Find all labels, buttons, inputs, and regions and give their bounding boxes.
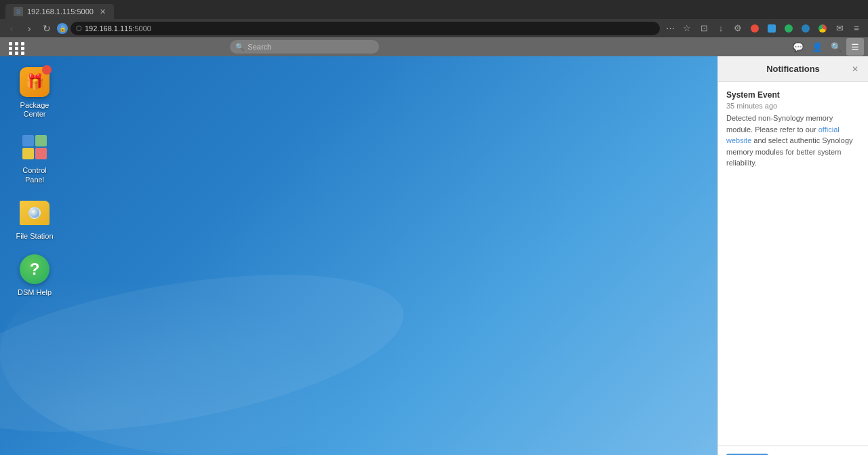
bookmark-button[interactable]: ☆: [679, 21, 694, 36]
menu-button[interactable]: ≡: [849, 21, 864, 36]
notification-item: System Event 35 minutes ago Detected non…: [726, 90, 860, 169]
back-button[interactable]: ‹: [4, 21, 19, 36]
package-center-graphic: 🎁: [20, 67, 50, 97]
address-host: 192.168.1.115: [85, 24, 132, 33]
notification-text-before: Detected non-Synology memory module. Ple…: [726, 114, 833, 134]
address-text: 192.168.1.115:5000: [85, 24, 151, 33]
ext-red-icon[interactable]: [747, 21, 762, 36]
ext-green-icon[interactable]: [781, 21, 796, 36]
notifications-panel: Notifications ✕ System Event 35 minutes …: [717, 56, 868, 455]
dsm-help-image: ?: [18, 253, 51, 285]
control-panel-label: Control Panel: [13, 166, 56, 184]
taskbar-right: 💬 👤 🔍 ☰: [785, 38, 868, 56]
control-panel-image: [18, 131, 51, 163]
dsm-help-graphic: ?: [20, 254, 50, 284]
download-button[interactable]: ↓: [713, 21, 728, 36]
app-grid-button[interactable]: [4, 37, 23, 56]
ctrl-tile-1: [22, 135, 34, 146]
desktop: 🎁 PackageCenter Control Panel: [0, 56, 868, 455]
notifications-close-button[interactable]: ✕: [849, 63, 861, 75]
notifications-icon-button[interactable]: ☰: [846, 38, 864, 56]
forward-button[interactable]: ›: [22, 21, 37, 36]
package-bow-icon: 🎁: [26, 73, 44, 91]
notification-text: Detected non-Synology memory module. Ple…: [726, 113, 860, 169]
grid-dot: [21, 47, 24, 50]
notifications-title: Notifications: [726, 64, 860, 74]
active-tab[interactable]: S 192.168.1.115:5000 ✕: [5, 4, 114, 19]
ext-synology-icon[interactable]: [764, 21, 779, 36]
ext-chrome-icon[interactable]: [815, 21, 830, 36]
extension1-button[interactable]: ⚙: [730, 21, 745, 36]
file-station-image: [18, 197, 51, 229]
file-station-icon[interactable]: File Station: [10, 194, 59, 243]
browser-nav: ‹ › ↻ 🔒 ⬡ 192.168.1.115:5000 ⋯ ☆ ⊡ ↓ ⚙ ✉…: [0, 19, 868, 37]
ctrl-tile-2: [35, 135, 47, 146]
grid-dot: [21, 52, 24, 55]
grid-dot: [15, 42, 18, 45]
grid-dot: [21, 42, 24, 45]
tab-close[interactable]: ✕: [100, 7, 106, 16]
dsm-help-icon[interactable]: ? DSM Help: [10, 250, 59, 300]
tracking-icon: ⬡: [76, 24, 82, 32]
extensions-button[interactable]: ⋯: [663, 21, 677, 36]
help-question-icon: ?: [30, 260, 40, 279]
tab-favicon: S: [14, 7, 23, 16]
dsm-taskbar: 🔍 💬 👤 🔍 ☰: [0, 37, 868, 56]
file-lens-icon: [28, 207, 41, 219]
ctrl-tile-4: [35, 148, 47, 159]
notifications-footer: Show All Clear All: [718, 446, 868, 455]
notification-time: 35 minutes ago: [726, 102, 860, 110]
desktop-icons: 🎁 PackageCenter Control Panel: [10, 63, 59, 300]
reader-button[interactable]: ⊡: [696, 21, 711, 36]
notifications-body: System Event 35 minutes ago Detected non…: [718, 82, 868, 446]
file-station-graphic: [20, 201, 50, 225]
ctrl-tile-3: [22, 148, 34, 159]
notification-event-title: System Event: [726, 90, 860, 100]
file-station-label: File Station: [16, 232, 53, 241]
notifications-header: Notifications ✕: [718, 56, 868, 82]
user-icon-button[interactable]: 👤: [808, 38, 826, 56]
grid-dot: [9, 52, 12, 55]
dsm-search-bar[interactable]: 🔍: [230, 40, 379, 54]
refresh-button[interactable]: ↻: [39, 21, 54, 36]
nav-right-icons: ⋯ ☆ ⊡ ↓ ⚙ ✉ ≡: [663, 21, 864, 36]
ext-mail-icon[interactable]: ✉: [832, 21, 847, 36]
browser-tabs: S 192.168.1.115:5000 ✕: [0, 0, 868, 19]
search-input[interactable]: [248, 43, 374, 51]
control-panel-graphic: [20, 132, 50, 162]
grid-dot: [9, 42, 12, 45]
control-panel-icon[interactable]: Control Panel: [10, 128, 59, 186]
security-icon: 🔒: [57, 23, 68, 34]
package-center-label: PackageCenter: [20, 101, 50, 119]
ext-blue-icon[interactable]: [798, 21, 813, 36]
taskbar-left: [0, 37, 27, 56]
address-bar[interactable]: ⬡ 192.168.1.115:5000: [71, 22, 660, 35]
browser-chrome: S 192.168.1.115:5000 ✕ ‹ › ↻ 🔒 ⬡ 192.168…: [0, 0, 868, 37]
grid-dot: [9, 47, 12, 50]
package-center-icon[interactable]: 🎁 PackageCenter: [10, 63, 59, 121]
search-icon: 🔍: [235, 43, 245, 52]
search-icon-button[interactable]: 🔍: [827, 38, 845, 56]
grid-dot: [15, 47, 18, 50]
address-port: :5000: [132, 24, 151, 33]
grid-dot: [15, 52, 18, 55]
tab-label: 192.168.1.115:5000: [27, 7, 94, 16]
chat-icon-button[interactable]: 💬: [789, 38, 807, 56]
package-center-image: 🎁: [18, 66, 51, 98]
dsm-help-label: DSM Help: [18, 288, 52, 297]
